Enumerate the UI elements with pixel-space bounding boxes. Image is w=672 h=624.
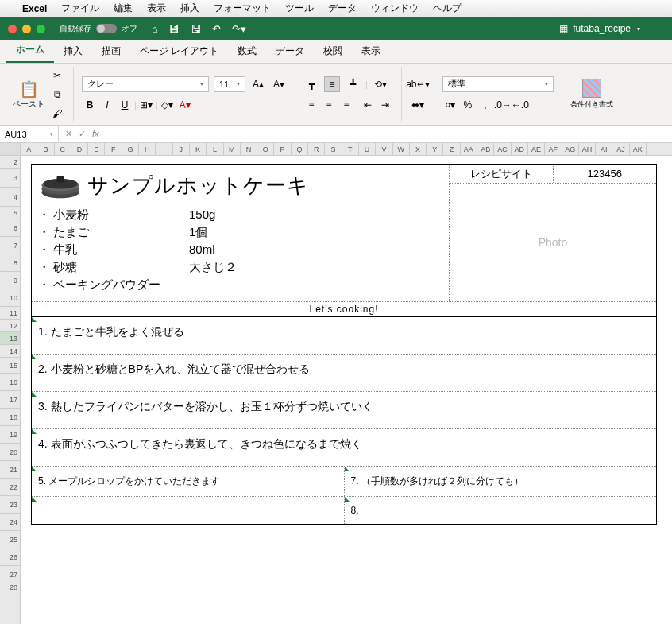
- toggle-icon[interactable]: [96, 24, 117, 33]
- underline-button[interactable]: U: [117, 97, 133, 113]
- col-header[interactable]: K: [190, 143, 207, 155]
- font-color-button[interactable]: A▾: [177, 97, 193, 113]
- row-header[interactable]: 14: [0, 345, 20, 358]
- italic-button[interactable]: I: [99, 97, 115, 113]
- col-header[interactable]: S: [325, 143, 342, 155]
- merge-cells-icon[interactable]: ⬌▾: [410, 97, 426, 113]
- redo-icon[interactable]: ↷▾: [232, 23, 246, 35]
- paste-button[interactable]: 📋 ペースト: [13, 79, 44, 110]
- increase-decimal-icon[interactable]: .0→: [495, 97, 511, 113]
- col-header[interactable]: AF: [545, 143, 562, 155]
- row-header[interactable]: 4: [0, 188, 20, 207]
- row-header[interactable]: 12: [0, 320, 20, 332]
- row-header[interactable]: 13: [0, 332, 20, 345]
- fx-icon[interactable]: fx: [92, 129, 99, 139]
- orientation-icon[interactable]: ⟲▾: [373, 76, 388, 92]
- col-header[interactable]: AJ: [612, 143, 629, 155]
- bold-button[interactable]: B: [82, 97, 98, 113]
- font-size-select[interactable]: 11: [214, 76, 245, 92]
- col-header[interactable]: AG: [562, 143, 579, 155]
- row-header[interactable]: 25: [0, 531, 20, 548]
- name-box[interactable]: AU13: [0, 126, 59, 142]
- row-header[interactable]: 27: [0, 566, 20, 583]
- menu-data[interactable]: データ: [328, 2, 357, 15]
- col-header[interactable]: N: [241, 143, 257, 155]
- undo-icon[interactable]: ↶: [212, 23, 221, 35]
- menu-insert[interactable]: 挿入: [180, 2, 199, 15]
- decrease-indent-icon[interactable]: ⇤: [360, 97, 376, 113]
- percent-icon[interactable]: %: [460, 97, 476, 113]
- col-header[interactable]: AE: [528, 143, 545, 155]
- row-header[interactable]: 10: [0, 289, 20, 307]
- select-all-corner[interactable]: [0, 143, 21, 155]
- menu-edit[interactable]: 編集: [114, 2, 133, 15]
- col-header[interactable]: A: [21, 143, 37, 155]
- align-bottom-icon[interactable]: ┻: [345, 76, 361, 92]
- col-header[interactable]: H: [139, 143, 156, 155]
- currency-icon[interactable]: ¤▾: [442, 97, 458, 113]
- col-header[interactable]: G: [122, 143, 139, 155]
- col-header[interactable]: P: [274, 143, 291, 155]
- save-icon[interactable]: 💾︎: [169, 23, 180, 35]
- row-header[interactable]: 16: [0, 374, 20, 391]
- col-header[interactable]: AI: [596, 143, 612, 155]
- menu-file[interactable]: ファイル: [61, 2, 99, 15]
- decrease-font-icon[interactable]: A▾: [271, 76, 287, 92]
- autosave-toggle[interactable]: 自動保存 オフ: [60, 23, 137, 34]
- home-icon[interactable]: ⌂: [152, 23, 158, 35]
- row-header[interactable]: 8: [0, 254, 20, 272]
- row-header[interactable]: 6: [0, 219, 20, 237]
- row-header[interactable]: 22: [0, 479, 20, 496]
- align-top-icon[interactable]: ┳: [303, 76, 319, 92]
- row-header[interactable]: 26: [0, 548, 20, 566]
- increase-indent-icon[interactable]: ⇥: [377, 97, 393, 113]
- row-header[interactable]: 9: [0, 272, 20, 289]
- tab-formulas[interactable]: 数式: [228, 40, 266, 63]
- col-header[interactable]: T: [342, 143, 359, 155]
- col-header[interactable]: B: [37, 143, 54, 155]
- align-middle-icon[interactable]: ≡: [324, 76, 340, 92]
- tab-view[interactable]: 表示: [352, 40, 390, 63]
- sheet-canvas[interactable]: サンプルホットケーキ ・ 小麦粉150g・ たまご1個・ 牛乳80ml・ 砂糖大…: [21, 156, 672, 624]
- col-header[interactable]: AH: [579, 143, 596, 155]
- row-header[interactable]: 2: [0, 156, 20, 169]
- menu-format[interactable]: フォーマット: [214, 2, 271, 15]
- save-as-icon[interactable]: 🖫: [191, 23, 201, 35]
- row-header[interactable]: 18: [0, 409, 20, 426]
- col-header[interactable]: C: [55, 143, 71, 155]
- col-header[interactable]: F: [105, 143, 122, 155]
- row-header[interactable]: 21: [0, 461, 20, 479]
- col-header[interactable]: O: [257, 143, 274, 155]
- col-header[interactable]: E: [88, 143, 105, 155]
- increase-font-icon[interactable]: A▴: [250, 76, 266, 92]
- decrease-decimal-icon[interactable]: ←.0: [512, 97, 528, 113]
- menu-help[interactable]: ヘルプ: [433, 2, 462, 15]
- row-header[interactable]: 23: [0, 496, 20, 514]
- row-header[interactable]: 19: [0, 426, 20, 444]
- align-center-icon[interactable]: ≡: [321, 97, 337, 113]
- col-header[interactable]: U: [359, 143, 376, 155]
- row-header[interactable]: 5: [0, 207, 20, 219]
- cut-icon[interactable]: ✂: [49, 68, 65, 83]
- wrap-text-icon[interactable]: ab↵▾: [410, 76, 426, 92]
- tab-draw[interactable]: 描画: [92, 40, 130, 63]
- menu-view[interactable]: 表示: [147, 2, 166, 15]
- col-header[interactable]: AC: [494, 143, 511, 155]
- comma-icon[interactable]: ,: [477, 97, 493, 113]
- maximize-icon[interactable]: [37, 25, 45, 33]
- row-header[interactable]: 15: [0, 358, 20, 374]
- row-header[interactable]: 24: [0, 514, 20, 531]
- col-header[interactable]: AA: [461, 143, 477, 155]
- fill-color-button[interactable]: ◇▾: [160, 97, 176, 113]
- row-header[interactable]: 11: [0, 307, 20, 320]
- col-header[interactable]: M: [224, 143, 241, 155]
- font-name-select[interactable]: クレー: [82, 76, 209, 92]
- cancel-formula-icon[interactable]: ✕: [65, 129, 72, 139]
- close-icon[interactable]: [8, 25, 17, 33]
- conditional-formatting-button[interactable]: 条件付き書式: [570, 79, 613, 110]
- tab-insert[interactable]: 挿入: [54, 40, 92, 63]
- col-header[interactable]: I: [156, 143, 172, 155]
- app-name[interactable]: Excel: [22, 3, 47, 14]
- document-title[interactable]: ▦ futaba_recipe: [559, 23, 640, 34]
- border-button[interactable]: ⊞▾: [138, 97, 154, 113]
